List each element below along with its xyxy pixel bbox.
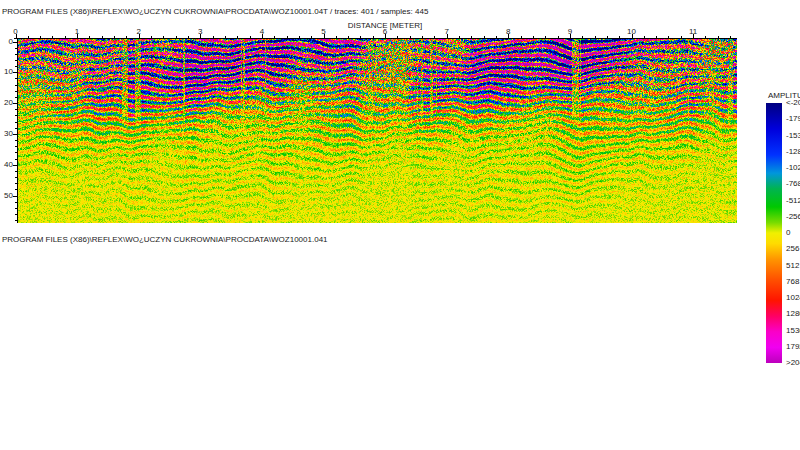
y-tick-label: 50: [0, 192, 13, 200]
y-tick-label: 40: [0, 161, 13, 169]
colorbar-tick-label: -1280: [786, 148, 800, 156]
y-tick-label: 20: [0, 99, 13, 107]
colorbar-tick-label: -256: [786, 213, 800, 221]
colorbar-tick-label: -768: [786, 180, 800, 188]
y-tick-label: 30: [0, 130, 13, 138]
colorbar-tick-label: 256: [786, 245, 799, 253]
radargram-canvas[interactable]: [18, 39, 737, 223]
app-window: PROGRAM FILES (X86)\REFLEX\WO¿UCZYN CUKR…: [0, 0, 800, 450]
colorbar-tick-label: -1024: [786, 164, 800, 172]
colorbar-gradient: [766, 103, 782, 363]
colorbar-tick-label: <-2048: [786, 99, 800, 107]
colorbar-tick-label: 768: [786, 278, 799, 286]
colorbar-tick-label: 1280: [786, 310, 800, 318]
y-tick-label: 0: [0, 38, 13, 46]
colorbar-tick-label: -512: [786, 197, 800, 205]
colorbar-tick-label: -1536: [786, 132, 800, 140]
colorbar-tick-label: 1024: [786, 294, 800, 302]
y-tick-label: 10: [0, 68, 13, 76]
colorbar-tick-label: 512: [786, 262, 799, 270]
file-info-header: PROGRAM FILES (X86)\REFLEX\WO¿UCZYN CUKR…: [2, 7, 428, 16]
colorbar-tick-label: 1536: [786, 327, 800, 335]
file-path-footer: PROGRAM FILES (X86)\REFLEX\WO¿UCZYN CUKR…: [2, 235, 328, 244]
colorbar-tick-label: 1792: [786, 343, 800, 351]
colorbar-tick-label: -1792: [786, 115, 800, 123]
colorbar-tick-label: >2048: [786, 359, 800, 367]
colorbar-tick-label: 0: [786, 229, 790, 237]
